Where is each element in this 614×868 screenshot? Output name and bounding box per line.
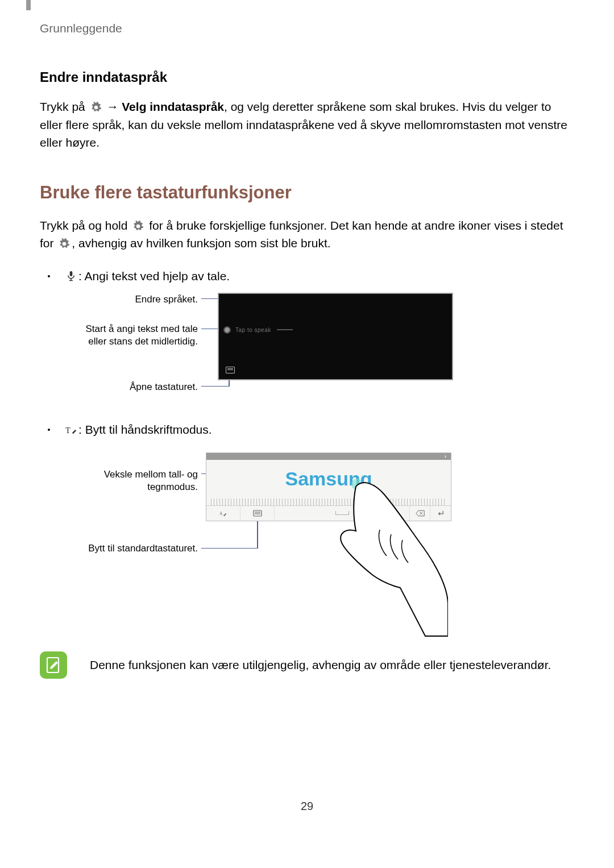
note-icon xyxy=(40,651,67,679)
callout-text: Bytt til standardtastaturet. xyxy=(88,542,198,555)
callout-text: Veksle mellom tall- og tegnmodus. xyxy=(84,468,198,493)
callout-text: Start å angi tekst med tale eller stans … xyxy=(84,323,198,348)
svg-rect-5 xyxy=(254,510,262,516)
page: Grunnleggende Endre inndataspråk Trykk p… xyxy=(0,0,614,830)
microphone-icon xyxy=(65,270,77,283)
bullet-icon xyxy=(48,429,50,431)
toggle-mode-icon: A xyxy=(206,506,240,521)
note-row: Denne funksjonen kan være utilgjengelig,… xyxy=(40,651,574,679)
gear-icon xyxy=(90,101,102,114)
bullet-icon xyxy=(48,275,50,277)
bullet-mic: : Angi tekst ved hjelp av tale. xyxy=(40,269,574,283)
svg-text:A: A xyxy=(219,510,222,516)
svg-rect-0 xyxy=(70,271,73,276)
paragraph-endre: Trykk på → Velg inndataspråk, og velg de… xyxy=(40,98,574,152)
bullet-text: : Angi tekst ved hjelp av tale. xyxy=(78,269,230,283)
breadcrumb: Grunnleggende xyxy=(40,22,574,35)
text-fragment-bold: Velg inndataspråk xyxy=(122,100,224,113)
leader-line xyxy=(201,548,257,549)
handwriting-toolbar: A xyxy=(206,505,451,521)
space-key-icon xyxy=(275,506,410,521)
divider xyxy=(277,329,293,330)
handwriting-area: Samsung xyxy=(206,460,451,499)
handwriting-icon: T xyxy=(65,423,77,436)
callout-text: Endre språket. xyxy=(135,293,198,306)
backspace-icon xyxy=(410,506,430,521)
page-tab-marker xyxy=(26,0,31,10)
tap-to-speak-label: Tap to speak xyxy=(235,327,271,333)
leader-line xyxy=(257,518,258,549)
gear-icon xyxy=(58,238,70,250)
enter-icon xyxy=(430,506,451,521)
voice-status-bar: Tap to speak xyxy=(225,327,446,333)
callout-text: Åpne tastaturet. xyxy=(130,381,198,393)
bullet-handwriting: T : Bytt til håndskriftmodus. xyxy=(40,423,574,437)
bullet-text: : Bytt til håndskriftmodus. xyxy=(78,423,212,437)
gear-icon xyxy=(132,220,144,232)
keyboard-icon xyxy=(226,367,235,373)
leader-line xyxy=(201,386,229,387)
diagram-voice-input: Endre språket. Start å angi tekst med ta… xyxy=(84,293,459,407)
heading-bruke: Bruke flere tastaturfunksjoner xyxy=(40,182,574,203)
svg-text:T: T xyxy=(65,425,70,434)
handwriting-panel: › Samsung A xyxy=(206,452,451,521)
handwritten-sample: Samsung xyxy=(285,468,372,490)
heading-endre: Endre inndataspråk xyxy=(40,69,574,85)
chevron-right-icon: › xyxy=(445,454,446,459)
page-number: 29 xyxy=(0,800,614,813)
text-fragment: Trykk på og hold xyxy=(40,219,131,232)
text-fragment: , avhengig av hvilken funksjon som sist … xyxy=(72,236,330,250)
paragraph-bruke: Trykk på og hold for å bruke forskjellig… xyxy=(40,217,574,252)
diagram-handwriting: Veksle mellom tall- og tegnmodus. Bytt t… xyxy=(84,452,482,623)
suggestion-bar: › xyxy=(206,453,451,460)
voice-input-panel: Tap to speak xyxy=(218,293,453,380)
microphone-icon xyxy=(225,327,230,333)
ruler-separator xyxy=(211,499,446,505)
keyboard-icon xyxy=(240,506,275,521)
note-text: Denne funksjonen kan være utilgjengelig,… xyxy=(90,656,551,674)
text-fragment: Trykk på xyxy=(40,100,89,113)
arrow-icon: → xyxy=(106,100,122,113)
